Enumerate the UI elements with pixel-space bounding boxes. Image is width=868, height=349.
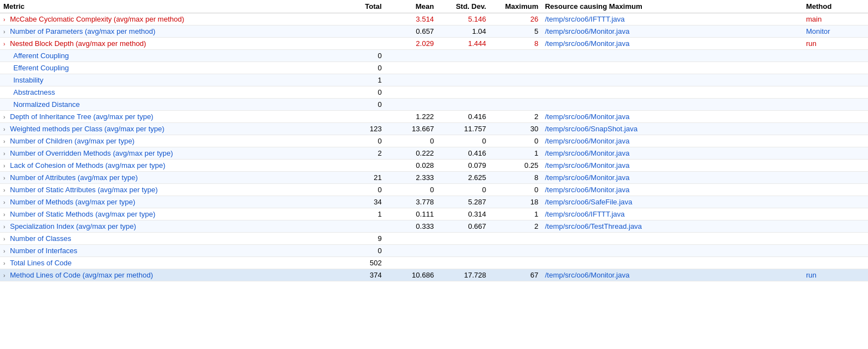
stddev-cell (437, 245, 489, 257)
mean-cell: 2.333 (385, 172, 437, 184)
metric-cell: ›Number of Interfaces (0, 245, 339, 257)
table-row[interactable]: ›Specialization Index (avg/max per type)… (0, 220, 868, 233)
maximum-cell (489, 99, 542, 111)
metric-cell: ›Depth of Inheritance Tree (avg/max per … (0, 111, 339, 123)
table-row[interactable]: ›Total Lines of Code502 (0, 257, 868, 269)
expand-chevron-icon[interactable]: › (3, 29, 9, 35)
metric-label: Nested Block Depth (avg/max per method) (10, 39, 146, 48)
expand-chevron-icon[interactable]: › (3, 212, 9, 218)
resource-cell[interactable]: /temp/src/oo6/IFTTT.java (542, 13, 803, 25)
table-row[interactable]: ›Number of Children (avg/max per type)00… (0, 135, 868, 147)
table-row[interactable]: ›Method Lines of Code (avg/max per metho… (0, 269, 868, 281)
resource-cell[interactable] (542, 99, 803, 111)
total-cell: 21 (339, 172, 385, 184)
table-row[interactable]: ›Number of Attributes (avg/max per type)… (0, 172, 868, 184)
method-cell (803, 172, 868, 184)
expand-chevron-icon[interactable]: › (3, 273, 9, 279)
resource-cell[interactable] (542, 245, 803, 257)
stddev-cell: 0 (437, 135, 489, 147)
metric-label: Number of Static Methods (avg/max per ty… (10, 210, 155, 218)
expand-chevron-icon[interactable]: › (3, 187, 9, 193)
table-row[interactable]: ›McCabe Cyclomatic Complexity (avg/max p… (0, 13, 868, 25)
mean-cell: 0.657 (385, 25, 437, 38)
resource-cell[interactable]: /temp/src/oo6/Monitor.java (542, 269, 803, 281)
table-row[interactable]: ›Number of Methods (avg/max per type)343… (0, 196, 868, 208)
stddev-cell (437, 62, 489, 74)
resource-cell[interactable]: /temp/src/oo6/TestThread.java (542, 220, 803, 233)
resource-cell[interactable]: /temp/src/oo6/Monitor.java (542, 147, 803, 160)
metric-label: Number of Static Attributes (avg/max per… (10, 186, 158, 194)
table-row[interactable]: Normalized Distance0 (0, 99, 868, 111)
total-cell: 0 (339, 62, 385, 74)
maximum-cell (489, 74, 542, 86)
table-row[interactable]: Instability1 (0, 74, 868, 86)
method-cell (803, 74, 868, 86)
table-row[interactable]: ›Nested Block Depth (avg/max per method)… (0, 38, 868, 50)
expand-chevron-icon[interactable]: › (3, 236, 9, 242)
resource-cell[interactable]: /temp/src/oo6/Monitor.java (542, 135, 803, 147)
expand-chevron-icon[interactable]: › (3, 199, 9, 206)
expand-chevron-icon[interactable]: › (3, 224, 9, 230)
method-cell (803, 160, 868, 172)
resource-cell[interactable] (542, 86, 803, 99)
resource-cell[interactable]: /temp/src/oo6/SnapShot.java (542, 123, 803, 135)
resource-cell[interactable]: /temp/src/oo6/Monitor.java (542, 25, 803, 38)
resource-cell[interactable]: /temp/src/oo6/Monitor.java (542, 184, 803, 196)
table-row[interactable]: ›Number of Parameters (avg/max per metho… (0, 25, 868, 38)
stddev-cell (437, 74, 489, 86)
table-row[interactable]: ›Depth of Inheritance Tree (avg/max per … (0, 111, 868, 123)
method-cell (803, 184, 868, 196)
stddev-cell: 0.314 (437, 208, 489, 220)
mean-cell: 0.111 (385, 208, 437, 220)
mean-cell (385, 233, 437, 245)
table-row[interactable]: Abstractness0 (0, 86, 868, 99)
resource-cell[interactable] (542, 50, 803, 62)
metric-cell: ›Number of Parameters (avg/max per metho… (0, 25, 339, 38)
expand-chevron-icon[interactable]: › (3, 114, 9, 120)
resource-cell[interactable] (542, 257, 803, 269)
metric-cell: Efferent Coupling (0, 62, 339, 74)
expand-chevron-icon[interactable]: › (3, 41, 9, 47)
metric-cell: Normalized Distance (0, 99, 339, 111)
resource-cell[interactable]: /temp/src/oo6/Monitor.java (542, 172, 803, 184)
expand-chevron-icon[interactable]: › (3, 138, 9, 145)
header-method: Method (803, 0, 868, 13)
resource-cell[interactable]: /temp/src/oo6/IFTTT.java (542, 208, 803, 220)
expand-chevron-icon[interactable]: › (3, 151, 9, 157)
table-row[interactable]: ›Number of Classes9 (0, 233, 868, 245)
maximum-cell (489, 86, 542, 99)
table-row[interactable]: ›Number of Static Attributes (avg/max pe… (0, 184, 868, 196)
table-row[interactable]: ›Number of Static Methods (avg/max per t… (0, 208, 868, 220)
resource-cell[interactable]: /temp/src/oo6/Monitor.java (542, 111, 803, 123)
table-row[interactable]: ›Number of Overridden Methods (avg/max p… (0, 147, 868, 160)
resource-cell[interactable] (542, 74, 803, 86)
resource-cell[interactable]: /temp/src/oo6/SafeFile.java (542, 196, 803, 208)
resource-cell[interactable] (542, 233, 803, 245)
metric-cell: ›Number of Methods (avg/max per type) (0, 196, 339, 208)
expand-chevron-icon[interactable]: › (3, 17, 9, 23)
header-mean: Mean (385, 0, 437, 13)
mean-cell (385, 245, 437, 257)
table-row[interactable]: ›Weighted methods per Class (avg/max per… (0, 123, 868, 135)
total-cell: 2 (339, 147, 385, 160)
resource-cell[interactable] (542, 62, 803, 74)
expand-chevron-icon[interactable]: › (3, 126, 9, 132)
expand-chevron-icon[interactable]: › (3, 163, 9, 169)
resource-cell[interactable]: /temp/src/oo6/Monitor.java (542, 160, 803, 172)
expand-chevron-icon[interactable]: › (3, 175, 9, 181)
maximum-cell: 1 (489, 208, 542, 220)
stddev-cell: 0 (437, 184, 489, 196)
resource-cell[interactable]: /temp/src/oo6/Monitor.java (542, 38, 803, 50)
table-row[interactable]: ›Lack of Cohesion of Methods (avg/max pe… (0, 160, 868, 172)
table-row[interactable]: Afferent Coupling0 (0, 50, 868, 62)
mean-cell: 0.333 (385, 220, 437, 233)
mean-cell (385, 86, 437, 99)
expand-chevron-icon[interactable]: › (3, 248, 9, 254)
table-row[interactable]: ›Number of Interfaces0 (0, 245, 868, 257)
metric-label: McCabe Cyclomatic Complexity (avg/max pe… (10, 15, 184, 23)
metric-cell: Abstractness (0, 86, 339, 99)
table-row[interactable]: Efferent Coupling0 (0, 62, 868, 74)
total-cell: 9 (339, 233, 385, 245)
expand-chevron-icon[interactable]: › (3, 260, 9, 266)
method-cell (803, 208, 868, 220)
